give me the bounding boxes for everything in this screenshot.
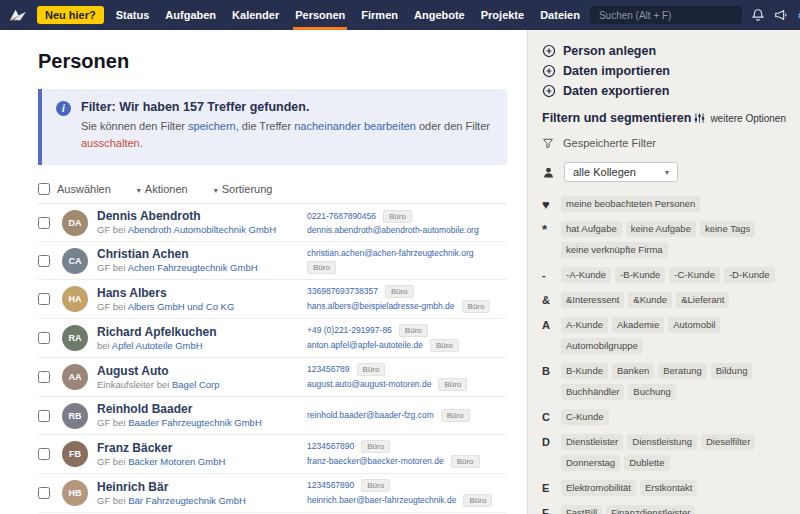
company-link[interactable]: Albers GmbH und Co KG	[128, 301, 235, 312]
action-daten-importieren[interactable]: Daten importieren	[542, 64, 786, 78]
sort-dropdown[interactable]: ▾Sortierung	[214, 183, 273, 195]
filter-tag-keine-tags[interactable]: keine Tags	[700, 221, 755, 237]
person-name-link[interactable]: Heinrich Bär	[97, 480, 307, 495]
avatar[interactable]: DA	[62, 210, 88, 236]
row-checkbox[interactable]	[38, 255, 50, 267]
filter-tag-b-kunde[interactable]: -B-Kunde	[615, 267, 665, 283]
email-link[interactable]: august.auto@august-motoren.de	[307, 379, 431, 390]
filter-tag-erstkontakt[interactable]: Erstkontakt	[640, 480, 698, 496]
person-name-link[interactable]: Franz Bäcker	[97, 441, 307, 456]
filter-tag-bildung[interactable]: Bildung	[711, 363, 753, 379]
filter-tag-keine-aufgabe[interactable]: keine Aufgabe	[626, 221, 696, 237]
email-link[interactable]: hans.albers@beispieladresse-gmbh.de	[307, 301, 455, 312]
search-input[interactable]	[590, 6, 742, 24]
phone-link[interactable]: 0221-7687890456	[307, 211, 376, 222]
filter-tag-a-kunde[interactable]: -A-Kunde	[561, 267, 611, 283]
filter-tag-automobil[interactable]: Automobil	[668, 317, 720, 333]
row-checkbox[interactable]	[38, 410, 50, 422]
filter-tag-keine-verknüpfte-firma[interactable]: keine verknüpfte Firma	[561, 242, 668, 258]
colleagues-select[interactable]: alle Kollegen ▾	[564, 162, 678, 182]
filter-tag-a-kunde[interactable]: A-Kunde	[561, 317, 608, 333]
filter-tag-c-kunde[interactable]: C-Kunde	[561, 409, 609, 425]
avatar[interactable]: RB	[62, 403, 88, 429]
email-link[interactable]: anton.apfel@apfel-autoteile.de	[307, 340, 423, 351]
filter-tag-buchung[interactable]: Buchung	[628, 384, 676, 400]
filter-tag-buchhändler[interactable]: Buchhändler	[561, 384, 624, 400]
nav-item-personen[interactable]: Personen	[287, 0, 353, 30]
filter-tag-beratung[interactable]: Beratung	[658, 363, 707, 379]
notice-link[interactable]: speichern	[188, 120, 236, 132]
person-name-link[interactable]: Hans Albers	[97, 286, 307, 301]
email-link[interactable]: reinhold.baader@baader-fzg.com	[307, 410, 434, 421]
action-daten-exportieren[interactable]: Daten exportieren	[542, 84, 786, 98]
row-checkbox[interactable]	[38, 487, 50, 499]
filter-tag-elektromobilität[interactable]: Elektromobilität	[561, 480, 636, 496]
nav-item-dateien[interactable]: Dateien	[532, 0, 588, 30]
company-link[interactable]: Apfel Autoteile GmbH	[112, 340, 203, 351]
filter-tag-d-kunde[interactable]: -D-Kunde	[724, 267, 775, 283]
filter-tag-dieselfilter[interactable]: Dieselfilter	[701, 434, 755, 450]
row-checkbox[interactable]	[38, 448, 50, 460]
phone-link[interactable]: 123456789	[307, 364, 350, 375]
person-name-link[interactable]: Reinhold Baader	[97, 402, 307, 417]
person-name-link[interactable]: August Auto	[97, 364, 307, 379]
avatar[interactable]: HB	[62, 480, 88, 506]
filter-tag-meine-beobachteten-personen[interactable]: meine beobachteten Personen	[561, 196, 700, 212]
nav-item-projekte[interactable]: Projekte	[473, 0, 532, 30]
person-name-link[interactable]: Christian Achen	[97, 247, 307, 262]
saved-filters[interactable]: Gespeicherte Filter	[542, 137, 786, 149]
company-link[interactable]: Abendroth Automobiltechnik GmbH	[128, 224, 276, 235]
filter-tag-dienstleister[interactable]: Dienstleister	[561, 434, 623, 450]
more-options-link[interactable]: weitere Optionen	[694, 113, 786, 124]
email-link[interactable]: christian.achen@achen-fahrzeugtechnik.or…	[307, 248, 473, 259]
action-person-anlegen[interactable]: Person anlegen	[542, 44, 786, 58]
company-link[interactable]: Bär Fahrzeugtechnik GmbH	[128, 495, 246, 506]
filter-tag-hat-aufgabe[interactable]: hat Aufgabe	[561, 221, 622, 237]
phone-link[interactable]: 336987693738357	[307, 286, 378, 297]
nav-item-angebote[interactable]: Angebote	[406, 0, 473, 30]
company-link[interactable]: Achen Fahrzeugtechnik GmbH	[128, 262, 258, 273]
select-all[interactable]: Auswählen	[38, 183, 111, 195]
person-name-link[interactable]: Dennis Abendroth	[97, 209, 307, 224]
notice-link[interactable]: ausschalten	[81, 137, 140, 149]
phone-link[interactable]: 1234567890	[307, 480, 354, 491]
avatar[interactable]: RA	[62, 325, 88, 351]
filter-tag-akademie[interactable]: Akademie	[612, 317, 664, 333]
avatar[interactable]: CA	[62, 248, 88, 274]
avatar[interactable]: FB	[62, 441, 88, 467]
nav-item-neu-hier[interactable]: Neu hier?	[37, 6, 104, 24]
row-checkbox[interactable]	[38, 332, 50, 344]
email-link[interactable]: dennis.abendroth@abendroth-automobile.or…	[307, 225, 479, 236]
company-link[interactable]: Bagel Corp	[172, 379, 220, 390]
row-checkbox[interactable]	[38, 293, 50, 305]
company-link[interactable]: Bäcker Motoren GmbH	[128, 456, 225, 467]
email-link[interactable]: franz-baecker@baecker-motoren.de	[307, 456, 444, 467]
phone-link[interactable]: 1234567890	[307, 441, 354, 452]
filter-tag-b-kunde[interactable]: B-Kunde	[561, 363, 608, 379]
company-link[interactable]: Baader Fahrzeugtechnik GmbH	[128, 417, 262, 428]
email-link[interactable]: heinrich.baer@baer-fahrzeugtechnik.de	[307, 495, 456, 506]
filter-tag-kunde[interactable]: &Kunde	[628, 292, 672, 308]
person-name-link[interactable]: Richard Apfelkuchen	[97, 325, 307, 340]
bell-icon[interactable]	[751, 8, 765, 22]
row-checkbox[interactable]	[38, 371, 50, 383]
filter-tag-lieferant[interactable]: &Lieferant	[676, 292, 729, 308]
actions-dropdown[interactable]: ▾Aktionen	[137, 183, 188, 195]
select-all-checkbox[interactable]	[38, 183, 50, 195]
filter-tag-dienstleistung[interactable]: Dienstleistung	[627, 434, 697, 450]
nav-item-kalender[interactable]: Kalender	[224, 0, 287, 30]
avatar[interactable]: HA	[62, 286, 88, 312]
filter-tag-dublette[interactable]: Dublette	[624, 455, 669, 471]
nav-item-aufgaben[interactable]: Aufgaben	[157, 0, 224, 30]
filter-tag-automobilgruppe[interactable]: Automobilgruppe	[561, 338, 643, 354]
filter-tag-c-kunde[interactable]: -C-Kunde	[669, 267, 720, 283]
avatar[interactable]: AA	[62, 364, 88, 390]
nav-item-firmen[interactable]: Firmen	[353, 0, 406, 30]
nav-item-status[interactable]: Status	[108, 0, 158, 30]
filter-tag-banken[interactable]: Banken	[612, 363, 654, 379]
notice-link[interactable]: nacheinander bearbeiten	[294, 120, 416, 132]
app-logo-crane-icon[interactable]	[8, 8, 27, 23]
filter-tag-interessent[interactable]: &Interessent	[561, 292, 624, 308]
row-checkbox[interactable]	[38, 217, 50, 229]
filter-tag-fastbill[interactable]: FastBill	[561, 505, 602, 514]
